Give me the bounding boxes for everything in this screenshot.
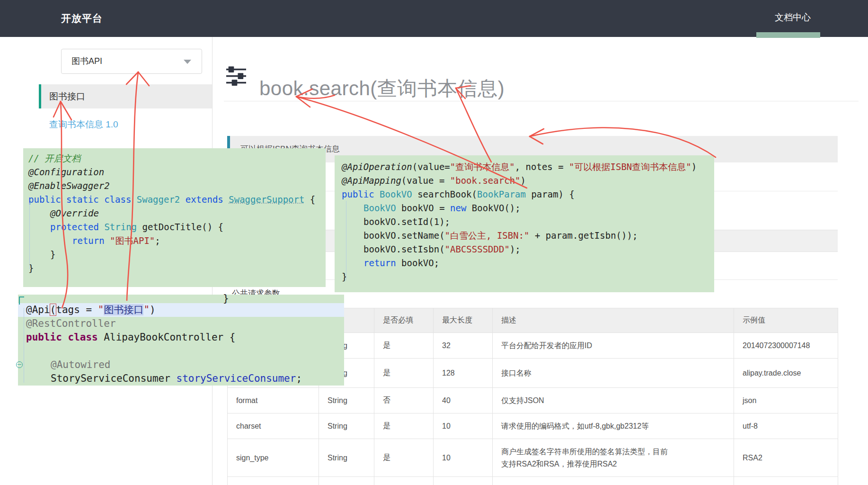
table-cell: format — [228, 388, 319, 413]
sidebar-item-book-interface[interactable]: 图书接口 — [39, 84, 212, 108]
table-cell: 128 — [434, 359, 493, 388]
table-cell: 接口名称 — [493, 359, 734, 388]
table-row — [228, 477, 838, 485]
title-divider — [224, 101, 859, 101]
table-cell: 40 — [434, 388, 493, 413]
navbar: 开放平台 文档中心 — [0, 0, 868, 37]
sidebar-link-search-book-version[interactable]: 查询书本信息 1.0 — [49, 118, 118, 131]
sidebar-item-accent-bar — [39, 84, 41, 108]
indent-guide — [29, 203, 30, 269]
table-cell — [434, 477, 493, 485]
table-cell: 10 — [434, 439, 493, 477]
table-cell: 是 — [374, 439, 434, 477]
page-title: book.search(查询书本信息) — [259, 75, 505, 102]
indent-guide — [346, 201, 346, 280]
table-cell: 平台分配给开发者的应用ID — [493, 333, 734, 359]
table-cell: 是 — [374, 333, 434, 359]
code-snippet-swagger-config: // 开启文档@Configuration@EnableSwagger2publ… — [23, 148, 326, 287]
column-header: 描述 — [493, 308, 734, 333]
page: 开放平台 文档中心 图书API 图书接口 查询书本信息 1.0 book.sea… — [0, 0, 868, 485]
table-row: sign_typeString是10商户生成签名字符串所使用的签名算法类型，目前… — [228, 439, 838, 477]
table-cell: 是 — [374, 359, 434, 388]
table-cell: 否 — [374, 388, 434, 413]
dropdown-selected-value: 图书API — [71, 49, 102, 73]
column-header: 是否必填 — [374, 308, 434, 333]
table-cell: json — [734, 388, 838, 413]
code-snippet-controller: }@Api(tags = "图书接口")@RestControllerpubli… — [18, 295, 344, 386]
table-cell: RSA2 — [734, 439, 838, 477]
gutter-bracket-mark — [19, 296, 24, 305]
table-cell: 10 — [434, 413, 493, 439]
table-row: charsetString是10请求使用的编码格式，如utf-8,gbk,gb2… — [228, 413, 838, 439]
table-cell: 仅支持JSON — [493, 388, 734, 413]
collapse-icon — [16, 361, 23, 368]
table-cell — [319, 477, 374, 485]
table-cell: String — [319, 388, 374, 413]
sidebar-item-label: 图书接口 — [49, 84, 85, 108]
code-snippet-api-operation: @ApiOperation(value="查询书本信息", notes = "可… — [335, 155, 714, 292]
table-cell: 32 — [434, 333, 493, 359]
table-cell: 是 — [374, 413, 434, 439]
table-cell — [493, 477, 734, 485]
indent-guide — [24, 308, 24, 383]
table-cell: String — [319, 439, 374, 477]
table-cell: sign_type — [228, 439, 319, 477]
sliders-icon — [226, 66, 246, 86]
table-row: formatString否40仅支持JSONjson — [228, 388, 838, 413]
table-cell: charset — [228, 413, 319, 439]
table-cell: utf-8 — [734, 413, 838, 439]
nav-item-doc-center[interactable]: 文档中心 — [757, 0, 828, 37]
table-cell — [228, 477, 319, 485]
app-brand: 开放平台 — [61, 0, 103, 37]
column-header: 最大长度 — [434, 308, 493, 333]
table-cell: 商户生成签名字符串所使用的签名算法类型，目前 支持RSA2和RSA，推荐使用RS… — [493, 439, 734, 477]
table-cell — [374, 477, 434, 485]
column-header: 示例值 — [734, 308, 838, 333]
table-cell: 请求使用的编码格式，如utf-8,gbk,gb2312等 — [493, 413, 734, 439]
nav-active-indicator — [756, 32, 820, 38]
table-cell: 2014072300007148 — [734, 333, 838, 359]
table-cell: alipay.trade.close — [734, 359, 838, 388]
table-cell — [734, 477, 838, 485]
caret-down-icon — [184, 60, 191, 64]
table-cell: String — [319, 413, 374, 439]
api-select-dropdown[interactable]: 图书API — [61, 49, 202, 74]
